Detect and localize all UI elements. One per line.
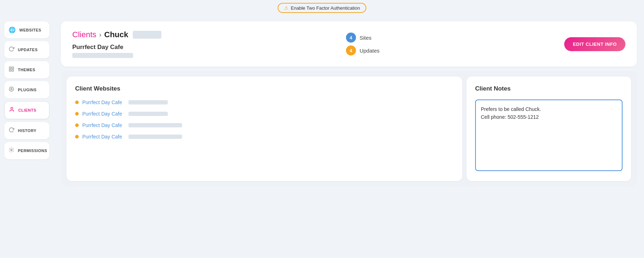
- permissions-icon: [9, 147, 14, 154]
- breadcrumb: Clients › Chuck: [72, 30, 161, 39]
- notes-card: Client Notes Prefers to be called Chuck.…: [467, 77, 631, 181]
- sidebar-item-themes-label: THEMES: [18, 68, 35, 72]
- client-header-card: Clients › Chuck Purrfect Day Cafe 4 Site…: [61, 21, 637, 67]
- website-item-3: Purrfect Day Cafe: [75, 122, 454, 128]
- svg-point-4: [11, 88, 12, 90]
- website-dot-2: [75, 112, 79, 116]
- two-factor-button[interactable]: ⚠ Enable Two Factor Authentication: [278, 3, 366, 13]
- top-bar: ⚠ Enable Two Factor Authentication: [0, 0, 644, 16]
- website-link-3[interactable]: Purrfect Day Cafe: [82, 122, 122, 128]
- sidebar-item-updates-label: UPDATES: [18, 48, 38, 52]
- updates-label: Updates: [360, 48, 380, 54]
- website-dot-1: [75, 101, 79, 104]
- history-icon: [9, 127, 14, 134]
- sidebar-item-themes[interactable]: THEMES: [4, 61, 49, 78]
- two-factor-label: Enable Two Factor Authentication: [291, 5, 360, 11]
- breadcrumb-current-name: Chuck: [104, 30, 128, 39]
- sidebar-item-updates[interactable]: UPDATES: [4, 41, 49, 58]
- header-left: Clients › Chuck Purrfect Day Cafe: [72, 30, 161, 58]
- notes-card-title: Client Notes: [475, 85, 623, 92]
- svg-rect-1: [12, 67, 14, 69]
- notes-textarea[interactable]: Prefers to be called Chuck. Cell phone: …: [475, 99, 623, 171]
- sidebar-item-history-label: HISTORY: [18, 128, 36, 133]
- updates-stat: 4 Updates: [346, 45, 380, 55]
- layout: 🌐 WEBSITES UPDATES THEMES PLUGINS: [0, 0, 644, 258]
- website-url-blurred-4: [128, 135, 182, 139]
- website-dot-4: [75, 135, 79, 138]
- sidebar-item-plugins-label: PLUGINS: [18, 88, 36, 92]
- sidebar-item-history[interactable]: HISTORY: [4, 122, 49, 139]
- svg-point-7: [11, 149, 12, 151]
- sites-badge: 4: [346, 33, 356, 43]
- sidebar: 🌐 WEBSITES UPDATES THEMES PLUGINS: [0, 16, 54, 258]
- client-stats: 4 Sites 4 Updates: [346, 33, 380, 55]
- svg-rect-2: [9, 69, 11, 71]
- updates-badge: 4: [346, 45, 356, 55]
- sidebar-item-clients-label: CLIENTS: [18, 108, 36, 112]
- svg-point-5: [9, 87, 14, 91]
- svg-rect-0: [9, 67, 11, 69]
- svg-point-6: [11, 107, 13, 109]
- website-url-blurred-3: [128, 123, 182, 127]
- sidebar-item-websites-label: WEBSITES: [19, 28, 41, 32]
- website-dot-3: [75, 123, 79, 127]
- sidebar-item-websites[interactable]: 🌐 WEBSITES: [4, 21, 49, 38]
- website-item-2: Purrfect Day Cafe: [75, 111, 454, 117]
- clients-icon: [9, 107, 15, 114]
- updates-icon: [9, 46, 14, 53]
- sidebar-item-permissions[interactable]: PERMISSIONS: [4, 142, 49, 159]
- client-business-name: Purrfect Day Cafe: [72, 44, 161, 51]
- sidebar-item-permissions-label: PERMISSIONS: [18, 149, 47, 153]
- breadcrumb-separator: ›: [99, 31, 101, 39]
- plugins-icon: [9, 86, 14, 93]
- client-name-section: Purrfect Day Cafe: [72, 44, 161, 58]
- themes-icon: [9, 66, 14, 73]
- sidebar-item-plugins[interactable]: PLUGINS: [4, 81, 49, 98]
- content-row: Client Websites Purrfect Day Cafe Purrfe…: [61, 71, 637, 187]
- breadcrumb-clients-link[interactable]: Clients: [72, 30, 96, 39]
- sidebar-item-clients[interactable]: CLIENTS: [4, 101, 49, 119]
- websites-card-title: Client Websites: [75, 85, 454, 92]
- edit-client-button[interactable]: EDIT CLIENT INFO: [564, 37, 625, 51]
- main-content: Clients › Chuck Purrfect Day Cafe 4 Site…: [54, 16, 644, 258]
- websites-icon: 🌐: [9, 26, 16, 33]
- websites-card: Client Websites Purrfect Day Cafe Purrfe…: [67, 77, 462, 181]
- website-url-blurred-1: [128, 100, 168, 104]
- website-url-blurred-2: [128, 112, 168, 116]
- website-link-1[interactable]: Purrfect Day Cafe: [82, 99, 122, 105]
- sites-label: Sites: [360, 35, 371, 41]
- website-link-4[interactable]: Purrfect Day Cafe: [82, 134, 122, 140]
- sites-stat: 4 Sites: [346, 33, 380, 43]
- client-email-blurred: [72, 53, 133, 58]
- breadcrumb-blurred-text: [133, 31, 161, 39]
- website-link-2[interactable]: Purrfect Day Cafe: [82, 111, 122, 117]
- website-item-1: Purrfect Day Cafe: [75, 99, 454, 105]
- svg-rect-3: [12, 69, 14, 71]
- website-item-4: Purrfect Day Cafe: [75, 134, 454, 140]
- warning-icon: ⚠: [284, 5, 289, 11]
